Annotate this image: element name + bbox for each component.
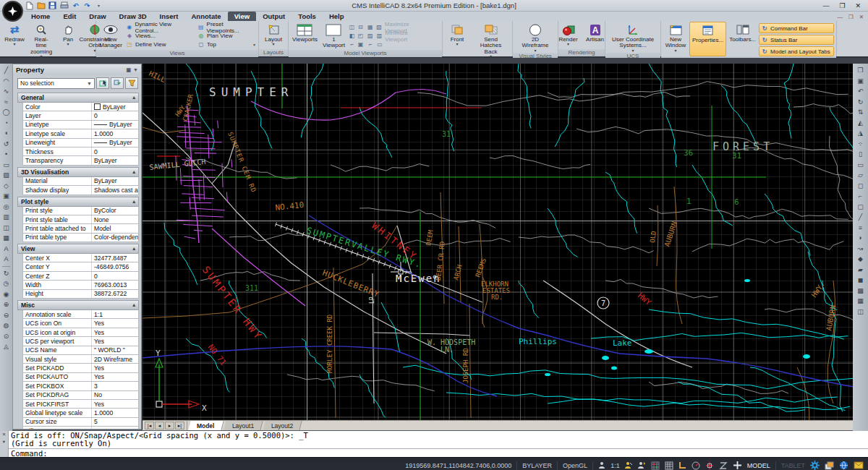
property-row-visual-style[interactable]: Visual style2D Wireframe — [22, 355, 139, 364]
new-window-button[interactable]: New Window▾ — [663, 22, 689, 56]
property-row-ucs-icon-at-origin[interactable]: UCS icon at originYes — [22, 328, 139, 337]
status-bar-toggle[interactable]: ↻Status Bar — [759, 35, 834, 45]
doc-restore-button[interactable]: ❐ — [848, 14, 854, 20]
zoom-previous-icon[interactable]: ◬ — [1, 341, 12, 352]
viewport-config-b-item[interactable]: ▨▥Minimize Viewport — [365, 32, 432, 40]
zoom-extents-icon[interactable]: ◍ — [1, 320, 12, 331]
command-expand-icon[interactable]: ▾ — [3, 439, 5, 445]
property-value[interactable]: Yes — [92, 400, 138, 408]
circle-tool-icon[interactable]: ◯ — [1, 107, 12, 118]
close-button[interactable]: ✕ — [855, 2, 861, 9]
property-panel-header[interactable]: Property ▣ ▼ — [13, 64, 141, 75]
property-row-layer[interactable]: Layer0 — [22, 111, 139, 120]
ucs-button[interactable]: User Coordinate Systems...▾ — [610, 22, 656, 53]
qat-dropdown-icon[interactable]: ▾ — [94, 1, 103, 10]
toolbars-button[interactable]: Toolbars... — [727, 22, 758, 56]
prev-sheet-icon[interactable]: ◂ — [155, 422, 164, 430]
property-row-transparency[interactable]: TransparencyByLayer — [22, 156, 139, 165]
property-value[interactable]: 0 — [92, 111, 138, 119]
panel-dock-icon[interactable]: ▣ — [126, 67, 131, 73]
quick-select-button[interactable] — [111, 77, 124, 89]
command-bar-toggle[interactable]: ↻Command Bar — [759, 23, 834, 33]
redraw-button[interactable]: ⇄ Redraw▾ — [1, 22, 27, 59]
property-row-cursor-size[interactable]: Cursor size5 — [22, 418, 139, 427]
one-viewport-button[interactable]: 1 Viewport — [320, 22, 347, 50]
property-value[interactable]: " WORLD " — [92, 346, 138, 354]
viewport-box-icon[interactable]: ▭ — [376, 41, 383, 48]
rotate-icon[interactable]: ↻ — [854, 97, 867, 108]
revcloud-tool-icon[interactable]: ↺ — [1, 139, 12, 150]
redraw-tool-icon[interactable]: ↻ — [1, 268, 12, 279]
zoom-in-icon[interactable]: ⊕ — [1, 299, 12, 310]
menu-tab-tools[interactable]: Tools — [292, 12, 323, 21]
property-row-print-style[interactable]: Print styleByColor — [22, 207, 139, 215]
first-sheet-icon[interactable]: |◂ — [145, 422, 154, 430]
undo-icon[interactable]: ↶ — [854, 86, 867, 97]
property-value[interactable]: ByLayer — [92, 121, 138, 129]
paste-icon[interactable]: ▣ — [854, 76, 867, 87]
view-manager-button[interactable]: View Manager — [98, 22, 124, 50]
erase-icon[interactable]: ◆ — [854, 254, 867, 265]
rectangle-tool-icon[interactable]: ▭ — [1, 160, 12, 171]
property-value[interactable]: Model — [92, 224, 138, 232]
top-view-item[interactable]: ◻Top▾ — [196, 40, 257, 48]
doc-close-button[interactable]: ✕ — [859, 14, 864, 20]
command-console[interactable]: Grid is off: ON/Snap/Aspect/<Grid spacin… — [9, 431, 868, 457]
property-row-width[interactable]: Width76963.0013 — [22, 281, 139, 289]
property-value[interactable]: ByLayer — [92, 156, 138, 164]
property-row-shadow-display[interactable]: Shadow displayShadows cast and rec... — [22, 186, 139, 195]
join-viewport-icon[interactable]: ⌐ — [348, 40, 356, 48]
properties-button[interactable]: Properties... — [689, 22, 726, 56]
property-value[interactable]: Yes — [92, 427, 138, 429]
dynamic-view-control-item[interactable]: ◉Dynamic View Control... — [124, 23, 195, 31]
property-value[interactable]: 76963.0013 — [92, 281, 138, 289]
menu-tab-draw-3d[interactable]: Draw 3D — [113, 12, 153, 21]
fillet-icon[interactable]: ⌐ — [854, 191, 867, 202]
property-row-center-z[interactable]: Center Z0 — [22, 272, 139, 281]
property-value[interactable]: 1.0000 — [92, 409, 138, 416]
property-row-annotation-scale[interactable]: Annotation scale1:1 — [22, 310, 139, 319]
property-value[interactable]: 1:1 — [92, 310, 138, 318]
redo-icon[interactable]: ↷ — [82, 1, 92, 10]
annotation-person-icon[interactable] — [598, 461, 605, 469]
panel-pin-icon[interactable]: ▼ — [133, 67, 138, 73]
property-row-center-x[interactable]: Center X32477.8487 — [22, 254, 139, 262]
menu-tab-insert[interactable]: Insert — [153, 12, 185, 21]
align-icon[interactable]: ◮ — [854, 128, 867, 139]
property-row-set-pickadd[interactable]: Set PICKADDYes — [22, 364, 139, 372]
doc-minimize-button[interactable]: — — [837, 14, 843, 20]
collapse-icon[interactable]: ▴ — [132, 302, 135, 308]
property-value[interactable]: -46849.0756 — [92, 262, 138, 270]
donut-tool-icon[interactable]: ◎ — [1, 202, 12, 213]
property-row-print-table-type[interactable]: Print table typeColor-dependent print ..… — [22, 234, 139, 242]
copy-icon[interactable]: ❐ — [854, 65, 867, 76]
property-row-global-linetype-scale[interactable]: Global linetype scale1.0000 — [22, 409, 139, 417]
property-value[interactable]: Yes — [92, 373, 138, 381]
mirror-icon[interactable]: ◭ — [854, 118, 867, 129]
sheet-tab-model[interactable]: Model — [188, 421, 224, 430]
property-value[interactable]: No — [92, 391, 138, 399]
model-layout-tabs-toggle[interactable]: ↻Model and Layout Tabs — [759, 46, 834, 56]
front-button[interactable]: Front▾ — [444, 22, 470, 59]
viewport-corner-icon[interactable]: ⌐ — [367, 41, 374, 48]
mail-icon[interactable] — [854, 461, 864, 469]
property-value[interactable]: 32477.8487 — [92, 254, 138, 262]
bylayer-indicator[interactable]: BYLAYER — [522, 462, 552, 469]
restore-button[interactable]: ❐ — [839, 2, 845, 9]
open-file-icon[interactable] — [36, 1, 46, 10]
define-view-item[interactable]: ◳Define View — [124, 40, 195, 48]
layout-button[interactable]: Layout▾ — [260, 22, 286, 49]
menu-tab-edit[interactable]: Edit — [56, 12, 82, 21]
property-value[interactable]: None — [92, 215, 138, 223]
close-command-bar-icon[interactable]: ✕ — [2, 432, 6, 437]
text-tool-icon[interactable]: A — [1, 244, 12, 255]
property-value[interactable]: Yes — [92, 319, 138, 327]
arc-tool-icon[interactable]: ◠ — [1, 76, 12, 87]
freehand-tool-icon[interactable]: ≈ — [1, 97, 12, 108]
annotation-visibility-icon[interactable] — [625, 461, 633, 469]
property-value[interactable]: 38872.6722 — [92, 290, 138, 298]
split-vertical-icon[interactable]: ◫ — [348, 23, 356, 31]
property-row-ucs-name[interactable]: UCS Name" WORLD " — [22, 346, 139, 355]
section-header-view[interactable]: View▴ — [17, 244, 139, 254]
coordinates-readout[interactable]: 1919569.8471,1104842.7406,0.0000 — [405, 462, 511, 469]
